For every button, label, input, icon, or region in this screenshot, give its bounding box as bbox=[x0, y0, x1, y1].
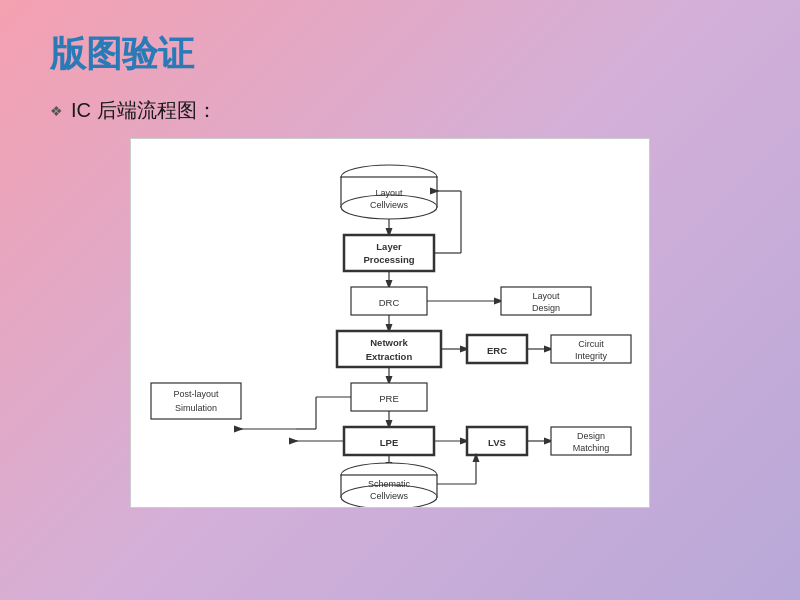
slide-title: 版图验证 bbox=[50, 30, 750, 79]
slide-subtitle: ❖ IC 后端流程图： bbox=[50, 97, 750, 124]
bullet-icon: ❖ bbox=[50, 103, 63, 119]
label-network-extraction: Network bbox=[370, 337, 408, 348]
diagram-container: Layout Cellviews Layer Processing DRC La… bbox=[130, 138, 650, 508]
label-erc: ERC bbox=[487, 345, 507, 356]
subtitle-text: IC 后端流程图： bbox=[71, 97, 217, 124]
label-schematic-cellviews2: Cellviews bbox=[370, 491, 409, 501]
label-layer-processing: Layer bbox=[376, 241, 402, 252]
label-design-matching2: Matching bbox=[573, 443, 610, 453]
label-post-layout2: Simulation bbox=[175, 403, 217, 413]
label-layout-design2: Design bbox=[532, 303, 560, 313]
label-network-extraction2: Extraction bbox=[366, 351, 413, 362]
label-design-matching: Design bbox=[577, 431, 605, 441]
label-circuit-integrity2: Integrity bbox=[575, 351, 608, 361]
label-layer-processing2: Processing bbox=[363, 254, 414, 265]
label-layout-cellviews2: Cellviews bbox=[370, 200, 409, 210]
label-pre: PRE bbox=[379, 393, 399, 404]
slide-container: 版图验证 ❖ IC 后端流程图： Layout Cellviews bbox=[0, 0, 800, 600]
label-layout-design: Layout bbox=[532, 291, 560, 301]
label-schematic-cellviews: Schematic bbox=[368, 479, 411, 489]
label-lvs: LVS bbox=[488, 437, 506, 448]
label-circuit-integrity: Circuit bbox=[578, 339, 604, 349]
label-layout-cellviews: Layout bbox=[375, 188, 403, 198]
flowchart-svg: Layout Cellviews Layer Processing DRC La… bbox=[131, 139, 650, 508]
label-post-layout: Post-layout bbox=[173, 389, 219, 399]
label-lpe: LPE bbox=[380, 437, 398, 448]
label-drc: DRC bbox=[379, 297, 400, 308]
